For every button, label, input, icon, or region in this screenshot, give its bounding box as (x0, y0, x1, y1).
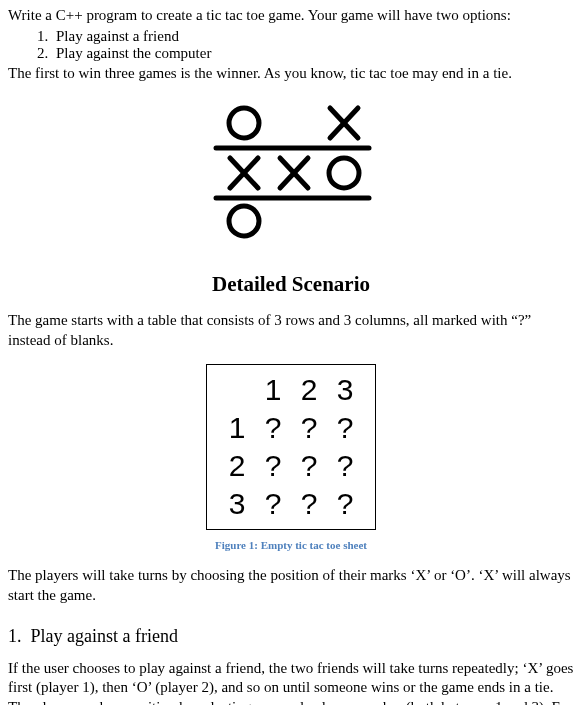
cell-3-3: ? (327, 485, 363, 523)
cell-3-2: ? (291, 485, 327, 523)
svg-point-11 (329, 158, 359, 188)
subsection-1-paragraph: If the user chooses to play against a fr… (8, 659, 574, 705)
cell-3-1: ? (255, 485, 291, 523)
subsection-1-heading: 1. Play against a friend (8, 625, 574, 648)
cell-1-3: ? (327, 409, 363, 447)
empty-grid-figure: 1 2 3 1 ? ? ? 2 ? ? ? 3 ? ? ? (206, 364, 376, 530)
cell-2-2: ? (291, 447, 327, 485)
section-heading: Detailed Scenario (8, 272, 574, 297)
col-header-3: 3 (327, 371, 363, 409)
svg-point-4 (229, 108, 259, 138)
figure-1-caption: Figure 1: Empty tic tac toe sheet (8, 538, 574, 552)
cell-1-2: ? (291, 409, 327, 447)
tictactoe-illustration-icon (204, 93, 379, 258)
row-header-3: 3 (219, 485, 255, 523)
intro-line-1: Write a C++ program to create a tic tac … (8, 6, 574, 26)
option-1: Play against a friend (52, 28, 574, 45)
col-header-1: 1 (255, 371, 291, 409)
intro-line-2: The first to win three games is the winn… (8, 64, 574, 84)
row-header-2: 2 (219, 447, 255, 485)
scenario-paragraph-1: The game starts with a table that consis… (8, 311, 574, 350)
cell-2-3: ? (327, 447, 363, 485)
scenario-paragraph-2: The players will take turns by choosing … (8, 566, 574, 605)
svg-point-12 (229, 206, 259, 236)
cell-2-1: ? (255, 447, 291, 485)
cell-1-1: ? (255, 409, 291, 447)
col-header-2: 2 (291, 371, 327, 409)
options-list: Play against a friend Play against the c… (8, 28, 574, 62)
row-header-1: 1 (219, 409, 255, 447)
option-2: Play against the computer (52, 45, 574, 62)
